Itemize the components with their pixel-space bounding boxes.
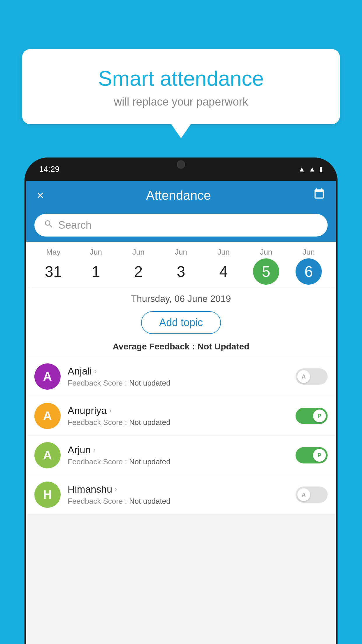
phone-frame: 14:29 ▲ ▲ ▮ × Attendance xyxy=(24,158,338,644)
cal-month-label: Jun xyxy=(90,248,102,257)
attendance-toggle[interactable]: A xyxy=(296,487,328,503)
phone-screen: × Attendance Search May31Jun1Jun2 xyxy=(26,181,336,644)
cal-date-label: 3 xyxy=(168,258,194,285)
student-item[interactable]: AAnupriya ›Feedback Score : Not updatedP xyxy=(26,396,336,436)
phone-camera xyxy=(177,160,185,169)
attendance-toggle[interactable]: P xyxy=(296,447,328,463)
cal-date-label: 5 xyxy=(253,258,279,285)
student-info: Himanshu ›Feedback Score : Not updated xyxy=(68,484,289,506)
student-item[interactable]: AAnjali ›Feedback Score : Not updatedA xyxy=(26,357,336,396)
add-topic-button[interactable]: Add topic xyxy=(141,311,221,334)
student-name: Anjali › xyxy=(68,365,289,377)
cal-date-label: 1 xyxy=(83,258,109,285)
app-header: × Attendance xyxy=(26,181,336,210)
student-chevron: › xyxy=(94,367,97,376)
attendance-toggle[interactable]: A xyxy=(296,368,328,385)
cal-date-label: 31 xyxy=(40,258,66,285)
toggle-switch[interactable]: A xyxy=(296,368,328,385)
student-name: Arjun › xyxy=(68,444,289,456)
selected-date: Thursday, 06 June 2019 xyxy=(26,288,336,308)
add-topic-container: Add topic xyxy=(26,308,336,339)
close-button[interactable]: × xyxy=(37,188,44,202)
status-bar: 14:29 ▲ ▲ ▮ xyxy=(24,158,338,181)
cal-date-label: 4 xyxy=(210,258,237,285)
toggle-switch[interactable]: P xyxy=(296,447,328,463)
app-title: Attendance xyxy=(146,188,211,203)
student-info: Arjun ›Feedback Score : Not updated xyxy=(68,444,289,466)
calendar-icon[interactable] xyxy=(313,188,325,203)
avg-feedback-value: Not Updated xyxy=(197,342,249,351)
cal-day-4[interactable]: Jun4 xyxy=(208,248,240,285)
phone-notch xyxy=(164,158,198,169)
average-feedback: Average Feedback : Not Updated xyxy=(26,339,336,357)
attendance-toggle[interactable]: P xyxy=(296,408,328,424)
bubble-subtitle: will replace your paperwork xyxy=(40,96,322,108)
cal-month-label: Jun xyxy=(303,248,315,257)
avg-feedback-label: Average Feedback : xyxy=(113,342,197,351)
cal-day-0[interactable]: May31 xyxy=(37,248,69,285)
speech-bubble: Smart attendance will replace your paper… xyxy=(22,49,340,124)
student-avatar: H xyxy=(34,482,61,508)
student-feedback: Feedback Score : Not updated xyxy=(68,418,289,427)
student-item[interactable]: AArjun ›Feedback Score : Not updatedP xyxy=(26,436,336,475)
cal-date-label: 6 xyxy=(296,258,322,285)
signal-icon: ▲ xyxy=(309,165,316,173)
battery-icon: ▮ xyxy=(319,165,323,173)
student-chevron: › xyxy=(115,485,117,494)
calendar-strip: May31Jun1Jun2Jun3Jun4Jun5Jun6 xyxy=(26,242,336,288)
student-list: AAnjali ›Feedback Score : Not updatedAAA… xyxy=(26,357,336,514)
student-info: Anjali ›Feedback Score : Not updated xyxy=(68,365,289,388)
toggle-switch[interactable]: P xyxy=(296,408,328,424)
cal-month-label: Jun xyxy=(260,248,272,257)
student-info: Anupriya ›Feedback Score : Not updated xyxy=(68,405,289,427)
search-icon xyxy=(44,219,54,231)
status-icons: ▲ ▲ ▮ xyxy=(298,165,323,173)
student-chevron: › xyxy=(109,406,112,415)
cal-day-6[interactable]: Jun6 xyxy=(293,248,325,285)
student-avatar: A xyxy=(34,403,61,429)
search-bar[interactable]: Search xyxy=(34,214,328,237)
cal-month-label: May xyxy=(46,248,60,257)
student-avatar: A xyxy=(34,363,61,390)
toggle-knob: A xyxy=(297,370,310,383)
cal-day-3[interactable]: Jun3 xyxy=(165,248,197,285)
student-feedback: Feedback Score : Not updated xyxy=(68,457,289,466)
cal-day-5[interactable]: Jun5 xyxy=(250,248,282,285)
cal-day-1[interactable]: Jun1 xyxy=(80,248,112,285)
student-chevron: › xyxy=(93,445,96,454)
toggle-switch[interactable]: A xyxy=(296,487,328,503)
toggle-knob: P xyxy=(313,449,326,462)
search-container: Search xyxy=(26,210,336,242)
wifi-icon: ▲ xyxy=(298,165,305,173)
student-feedback: Feedback Score : Not updated xyxy=(68,379,289,388)
toggle-knob: P xyxy=(313,410,326,422)
cal-date-label: 2 xyxy=(125,258,152,285)
search-placeholder: Search xyxy=(58,219,92,231)
toggle-knob: A xyxy=(297,488,310,501)
student-item[interactable]: HHimanshu ›Feedback Score : Not updatedA xyxy=(26,475,336,514)
student-avatar: A xyxy=(34,442,61,468)
student-name: Himanshu › xyxy=(68,484,289,495)
cal-month-label: Jun xyxy=(132,248,145,257)
bubble-title: Smart attendance xyxy=(40,66,322,90)
student-name: Anupriya › xyxy=(68,405,289,416)
cal-month-label: Jun xyxy=(217,248,230,257)
status-time: 14:29 xyxy=(39,164,59,174)
cal-day-2[interactable]: Jun2 xyxy=(122,248,154,285)
cal-month-label: Jun xyxy=(175,248,187,257)
student-feedback: Feedback Score : Not updated xyxy=(68,497,289,506)
